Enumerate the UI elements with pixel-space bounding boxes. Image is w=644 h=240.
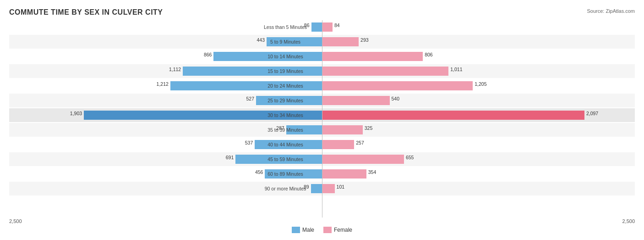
value-male: 866	[204, 52, 214, 57]
bar-female: 1,011	[322, 67, 448, 76]
bar-female: 325	[322, 125, 363, 134]
bar-female: 293	[322, 37, 359, 46]
legend: Male Female	[9, 227, 635, 233]
value-female: 325	[363, 125, 373, 131]
value-male: 287	[276, 125, 286, 131]
value-male: 1,212	[157, 81, 170, 87]
bar-female: 84	[322, 22, 333, 32]
bar-male: 691	[235, 155, 322, 164]
bar-female: 540	[322, 96, 390, 105]
bar-male: 1,112	[183, 67, 322, 76]
value-male: 456	[255, 169, 265, 175]
bar-female: 101	[322, 184, 335, 193]
chart-container: COMMUTE TIME BY SEX IN CULVER CITY Sourc…	[0, 0, 644, 240]
bar-male: 86	[311, 22, 322, 32]
value-female: 293	[359, 37, 369, 43]
value-male: 527	[246, 96, 257, 101]
chart-area: 8684Less than 5 Minutes4432935 to 9 Minu…	[9, 20, 635, 218]
value-female: 655	[404, 155, 414, 160]
bar-female: 354	[322, 169, 366, 179]
value-female: 1,011	[448, 67, 462, 72]
legend-male-label: Male	[302, 227, 314, 233]
bar-female: 655	[322, 155, 404, 164]
bar-male: 456	[265, 169, 322, 179]
bottom-labels: 2,500 2,500	[9, 218, 635, 224]
bar-female: 1,205	[322, 81, 473, 90]
chart-title: COMMUTE TIME BY SEX IN CULVER CITY	[9, 8, 635, 17]
bar-male: 89	[311, 184, 322, 193]
bar-female: 2,097	[322, 111, 584, 120]
value-female: 540	[390, 96, 400, 101]
legend-male: Male	[292, 227, 314, 233]
value-female: 2,097	[584, 111, 598, 116]
bar-male: 287	[286, 125, 322, 134]
value-female: 806	[423, 52, 433, 57]
bar-male: 1,903	[84, 111, 322, 120]
axis-label-left: 2,500	[9, 218, 22, 224]
value-female: 1,205	[473, 81, 486, 87]
bar-male: 537	[255, 140, 322, 149]
legend-male-box	[292, 227, 300, 233]
bar-male: 527	[256, 96, 322, 105]
value-male: 537	[245, 140, 255, 145]
value-female: 257	[354, 140, 364, 145]
legend-female-box	[323, 227, 332, 233]
value-female: 101	[335, 184, 345, 190]
axis-label-right: 2,500	[622, 218, 635, 224]
bar-female: 257	[322, 140, 354, 149]
value-male: 1,903	[70, 111, 84, 116]
value-female: 84	[333, 22, 340, 28]
bar-male: 866	[213, 52, 322, 61]
bar-male: 1,212	[170, 81, 322, 90]
value-male: 443	[257, 37, 267, 43]
source-text: Source: ZipAtlas.com	[587, 8, 635, 14]
value-female: 354	[366, 169, 377, 175]
value-male: 1,112	[169, 67, 183, 72]
bar-female: 806	[322, 52, 423, 61]
value-male: 86	[304, 22, 311, 28]
value-male: 691	[226, 155, 236, 160]
legend-female: Female	[323, 227, 352, 233]
axis-line	[322, 20, 322, 218]
value-male: 89	[304, 184, 311, 190]
legend-female-label: Female	[334, 227, 352, 233]
bar-male: 443	[267, 37, 322, 46]
